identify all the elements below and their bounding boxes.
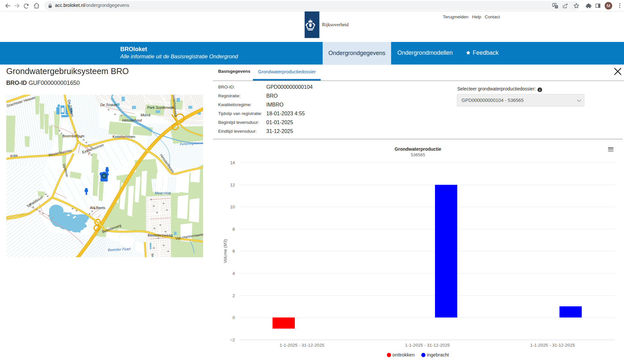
svg-text:Beetsterzwaag: Beetsterzwaag	[148, 233, 173, 237]
svg-text:Be: Be	[151, 253, 155, 257]
svg-text:Kortehemmen: Kortehemmen	[112, 135, 135, 139]
svg-text:Park Suydenwijk: Park Suydenwijk	[147, 105, 174, 109]
svg-text:Krite: Krite	[10, 153, 18, 158]
svg-text:Ald Beets: Ald Beets	[90, 206, 105, 210]
svg-text:De Trisken: De Trisken	[100, 103, 117, 107]
svg-text:Morrà: Morrà	[141, 113, 151, 117]
svg-text:Boornbergum: Boornbergum	[63, 134, 85, 138]
svg-text:Himsterhout: Himsterhout	[122, 118, 142, 122]
svg-text:Mearsleat: Mearsleat	[155, 191, 171, 195]
